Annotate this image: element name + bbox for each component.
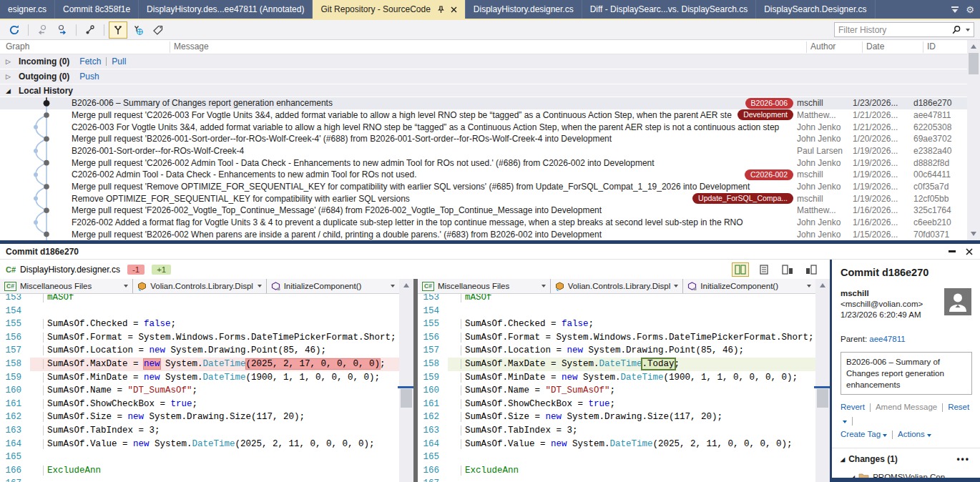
scroll-up-icon[interactable] <box>403 283 409 287</box>
method-icon <box>271 282 280 291</box>
diff-pane-right[interactable]: 153mASOf154155SumAsOf.Checked = false;15… <box>418 294 815 482</box>
commit-row[interactable]: Merge pull request 'Remove OPTIMIZE_FOR_… <box>0 181 967 193</box>
search-options-caret-icon[interactable] <box>966 29 970 31</box>
commit-row[interactable]: C2026-003 For Vogtle Units 3&4, added fo… <box>0 121 967 133</box>
document-tab[interactable]: DisplayHistory.des...ee47811 (Annotated) <box>139 0 313 19</box>
column-separator[interactable] <box>806 41 807 53</box>
create-tag-link[interactable]: Create Tag <box>841 430 881 438</box>
commit-row[interactable]: Merge pull request 'C2026-003 For Vogtle… <box>0 109 967 122</box>
expander-collapsed-icon[interactable] <box>6 73 14 80</box>
commit-row[interactable]: B2026-001-Sort-order--for-ROs-Wolf-Creek… <box>0 145 967 157</box>
commit-row[interactable]: Merge pull request 'B2026-001-Sort-order… <box>0 133 967 145</box>
commit-row[interactable]: Remove OPTIMIZE_FOR_SEQUENTIAL_KEY for c… <box>0 192 967 205</box>
left-file-view-icon[interactable] <box>779 262 796 277</box>
left-pane-scrollbar[interactable] <box>399 279 413 482</box>
document-tab[interactable]: DisplayHistory.designer.cs <box>466 0 582 19</box>
commit-row[interactable]: F2026-002 Added a format flag for Vogtle… <box>0 217 967 229</box>
column-graph[interactable]: Graph <box>6 41 29 51</box>
scrollbar-thumb[interactable] <box>969 53 979 74</box>
settings-gear-icon[interactable]: ⚙ <box>966 5 974 14</box>
column-message[interactable]: Message <box>174 41 209 51</box>
column-separator[interactable] <box>862 41 863 53</box>
actions-link[interactable]: Actions <box>898 430 925 438</box>
filter-history-input[interactable] <box>838 25 951 35</box>
member-scope-dropdown[interactable]: InitializeComponent() <box>267 279 399 293</box>
column-date[interactable]: Date <box>866 41 884 51</box>
commit-row[interactable]: B2026-006 – Summary of Changes report ge… <box>0 97 967 109</box>
revert-link[interactable]: Revert <box>841 403 865 411</box>
right-file-view-icon[interactable] <box>803 262 820 277</box>
document-tab[interactable]: esigner.cs <box>0 0 55 19</box>
file-scope-dropdown[interactable]: C# Miscellaneous Files <box>418 279 551 293</box>
minimize-icon[interactable] <box>949 250 956 252</box>
commit-row[interactable]: Merge pull request 'B2026-002 When paren… <box>0 228 967 240</box>
fetch-link[interactable]: Fetch <box>79 56 101 67</box>
expander-collapsed-icon[interactable] <box>6 58 14 65</box>
code-text: SumAsOf.MaxDate = new System.DateTime(20… <box>30 358 399 371</box>
diff-line: 161SumAsOf.ShowCheckBox = true; <box>418 398 815 411</box>
diff-pane-left[interactable]: 153mASOf154155SumAsOf.Checked = false;15… <box>0 294 399 482</box>
document-tab[interactable]: Diff - DisplaySearc...vs. DisplaySearch.… <box>582 0 757 19</box>
scrollbar-thumb[interactable] <box>817 389 828 408</box>
commit-row[interactable]: Merge pull request 'F2026-002_Vogtle_Top… <box>0 205 967 217</box>
tab-overflow-icon[interactable] <box>951 6 959 12</box>
side-by-side-diff-icon[interactable] <box>732 262 749 277</box>
fetch-icon[interactable] <box>33 21 52 39</box>
more-options-icon[interactable]: ••• <box>956 454 970 464</box>
column-author[interactable]: Author <box>810 41 836 51</box>
close-icon[interactable] <box>966 248 973 255</box>
reset-caret-icon[interactable] <box>843 420 847 423</box>
commit-row[interactable]: C2026-002 Admin Tool - Data Check - Enha… <box>0 169 967 181</box>
expander-expanded-icon[interactable] <box>841 456 845 463</box>
outgoing-group-row[interactable]: Outgoing (0) Push <box>0 69 967 84</box>
reset-link[interactable]: Reset <box>948 403 969 411</box>
scrollbar-thumb[interactable] <box>401 389 412 408</box>
commit-id: 325c1764 <box>913 205 967 215</box>
commit-message: F2026-002 Added a format flag for Vogtle… <box>72 217 793 227</box>
compare-branch-icon[interactable] <box>109 21 127 39</box>
column-separator[interactable] <box>170 41 170 53</box>
expander-expanded-icon[interactable] <box>6 87 14 94</box>
commit-date: 1/21/2026... <box>853 110 913 120</box>
type-scope-dropdown[interactable]: Volian.Controls.Library.Displ <box>133 279 266 293</box>
push-link[interactable]: Push <box>79 72 99 82</box>
amend-message-link: Amend Message <box>876 403 937 411</box>
commit-row[interactable]: Merge pull request 'C2026-002 Admin Tool… <box>0 157 967 169</box>
remote-branch-icon[interactable] <box>129 21 147 39</box>
search-icon[interactable] <box>951 25 961 35</box>
inline-diff-icon[interactable] <box>755 262 773 277</box>
close-icon[interactable] <box>451 6 457 13</box>
create-tag-caret-icon[interactable] <box>883 434 887 437</box>
member-scope-dropdown[interactable]: InitializeComponent() <box>683 279 815 293</box>
column-separator[interactable] <box>923 41 923 53</box>
pull-link[interactable]: Pull <box>112 56 126 67</box>
scroll-up-icon[interactable] <box>820 283 825 287</box>
pull-icon[interactable] <box>53 21 72 39</box>
column-id[interactable]: ID <box>927 41 936 51</box>
commit-message: B2026-006 – Summary of Changes report ge… <box>72 98 740 108</box>
commit-date: 1/20/2026... <box>853 134 913 144</box>
right-pane-scrollbar[interactable] <box>815 279 830 482</box>
scroll-up-icon[interactable] <box>971 44 976 49</box>
changes-section-header[interactable]: Changes (1) ••• <box>841 454 973 464</box>
diff-pane-divider[interactable] <box>413 279 418 482</box>
changed-file-row[interactable]: C# DisplayHistory.designer.cs -1 +1 <box>0 260 830 279</box>
type-scope-dropdown[interactable]: Volian.Controls.Library.Displ <box>551 279 684 293</box>
document-tab[interactable]: Commit 8c358f1e <box>55 0 139 19</box>
branch-graph-icon[interactable] <box>81 21 99 39</box>
link-separator <box>106 57 107 66</box>
history-scrollbar[interactable] <box>967 40 980 240</box>
actions-caret-icon[interactable] <box>927 434 931 437</box>
tag-icon[interactable] <box>149 21 167 39</box>
file-scope-dropdown[interactable]: C# Miscellaneous Files <box>0 279 133 293</box>
scroll-down-icon[interactable] <box>971 232 976 236</box>
commit-message-box[interactable]: B2026-006 – Summary of Changes report ge… <box>841 352 972 395</box>
document-tab[interactable]: Git Repository - SourceCode <box>313 0 465 19</box>
code-text: SumAsOf.Format = System.Windows.Forms.Da… <box>30 331 399 345</box>
document-tab[interactable]: DisplaySearch.Designer.cs <box>756 0 875 19</box>
incoming-group-row[interactable]: Incoming (0) Fetch Pull <box>0 54 967 69</box>
parent-commit-link[interactable]: aee47811 <box>869 335 905 343</box>
local-history-group-row[interactable]: Local History <box>0 84 967 97</box>
refresh-icon[interactable] <box>5 21 24 39</box>
pin-icon[interactable] <box>437 6 445 14</box>
